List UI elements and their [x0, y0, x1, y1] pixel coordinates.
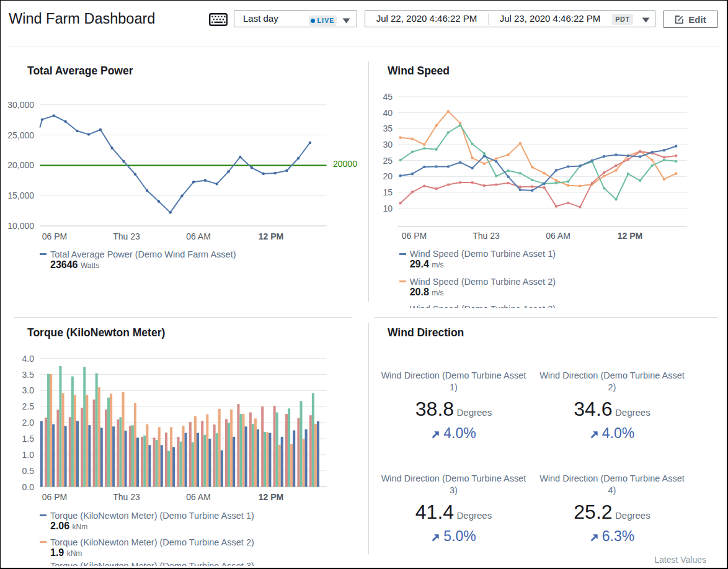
svg-text:Thu 23: Thu 23 [113, 231, 140, 241]
svg-text:1.5: 1.5 [22, 434, 35, 444]
svg-text:30: 30 [383, 140, 393, 150]
svg-text:15,000: 15,000 [7, 190, 34, 200]
svg-text:06 PM: 06 PM [42, 492, 67, 502]
svg-text:12 PM: 12 PM [618, 231, 642, 241]
svg-text:3.0: 3.0 [22, 385, 35, 395]
svg-text:2.5: 2.5 [22, 401, 35, 411]
svg-text:12 PM: 12 PM [259, 492, 283, 502]
svg-text:10: 10 [383, 204, 393, 213]
svg-text:40: 40 [383, 108, 393, 118]
svg-text:35: 35 [383, 123, 393, 133]
svg-text:10,000: 10,000 [7, 221, 34, 231]
svg-text:4.0: 4.0 [22, 354, 35, 364]
svg-text:20,000: 20,000 [7, 160, 34, 170]
svg-text:0.5: 0.5 [22, 466, 35, 476]
svg-text:15: 15 [383, 187, 393, 197]
svg-text:1.0: 1.0 [22, 450, 35, 460]
svg-text:06 PM: 06 PM [402, 231, 427, 241]
svg-text:0.0: 0.0 [22, 482, 35, 492]
svg-text:20: 20 [383, 171, 393, 181]
svg-text:25: 25 [383, 156, 393, 166]
svg-text:06 PM: 06 PM [42, 231, 67, 241]
svg-text:06 AM: 06 AM [546, 231, 570, 241]
svg-text:Thu 23: Thu 23 [113, 492, 140, 502]
svg-text:20000: 20000 [333, 159, 357, 169]
svg-text:25,000: 25,000 [7, 130, 34, 140]
svg-text:Thu 23: Thu 23 [473, 231, 500, 241]
svg-text:06 AM: 06 AM [186, 231, 211, 241]
svg-text:2.0: 2.0 [22, 418, 35, 428]
svg-text:12 PM: 12 PM [259, 231, 283, 241]
svg-text:45: 45 [383, 92, 393, 102]
svg-text:30,000: 30,000 [7, 100, 34, 110]
svg-text:06 AM: 06 AM [186, 492, 211, 502]
svg-text:3.5: 3.5 [22, 370, 35, 380]
